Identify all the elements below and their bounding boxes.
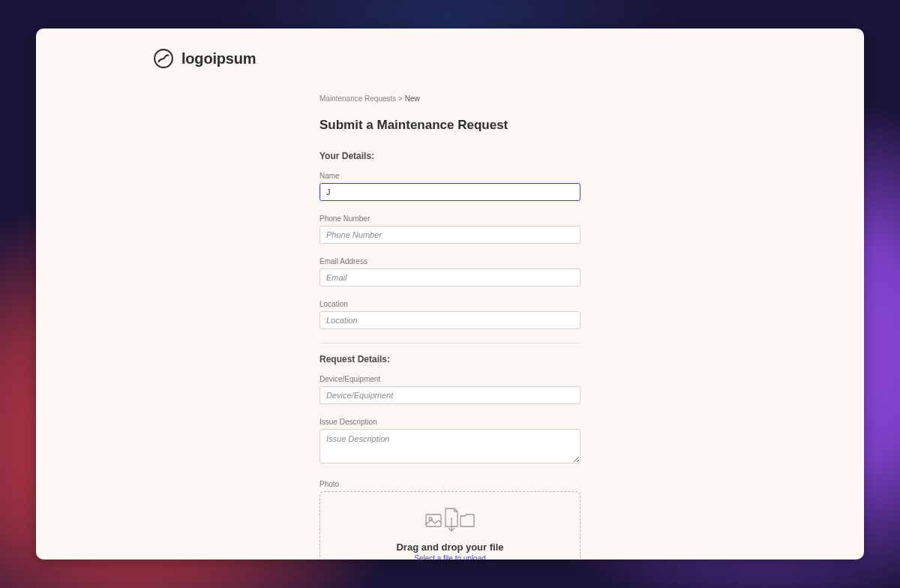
breadcrumb: Maintenance Requests > New: [320, 94, 580, 103]
form-container: Maintenance Requests > New Submit a Main…: [320, 94, 580, 560]
email-input[interactable]: [320, 268, 580, 286]
select-file-link[interactable]: Select a file to upload: [414, 554, 486, 560]
field-email: Email Address: [320, 257, 580, 286]
header: logoipsum: [36, 28, 864, 69]
app-window: logoipsum Maintenance Requests > New Sub…: [36, 28, 864, 560]
breadcrumb-separator: >: [398, 94, 403, 103]
name-input[interactable]: [320, 183, 580, 201]
label-issue: Issue Description: [320, 418, 580, 426]
device-input[interactable]: [320, 386, 580, 404]
dropzone-title: Drag and drop your file: [396, 542, 503, 553]
dropzone-icons: [424, 506, 476, 534]
field-location: Location: [320, 300, 580, 329]
field-device: Device/Equipment: [320, 375, 580, 404]
brand-logo-icon: [153, 48, 174, 69]
field-issue: Issue Description: [320, 418, 580, 466]
breadcrumb-current: New: [405, 94, 420, 103]
brand-name: logoipsum: [182, 50, 256, 68]
label-location: Location: [320, 300, 580, 308]
label-name: Name: [320, 172, 580, 180]
section-your-details-title: Your Details:: [320, 151, 580, 161]
file-dropzone[interactable]: Drag and drop your file Select a file to…: [320, 491, 580, 560]
label-phone: Phone Number: [320, 214, 580, 223]
label-email: Email Address: [320, 257, 580, 266]
section-divider: [320, 343, 580, 344]
breadcrumb-parent[interactable]: Maintenance Requests: [320, 94, 396, 103]
label-device: Device/Equipment: [320, 375, 580, 383]
issue-textarea[interactable]: [320, 429, 580, 464]
page-title: Submit a Maintenance Request: [320, 118, 580, 133]
section-request-details-title: Request Details:: [320, 354, 580, 364]
field-name: Name: [320, 172, 580, 201]
location-input[interactable]: [320, 311, 580, 329]
field-photo: Photo: [320, 480, 580, 560]
phone-input[interactable]: [320, 226, 580, 244]
field-phone: Phone Number: [320, 214, 580, 244]
label-photo: Photo: [320, 480, 580, 488]
